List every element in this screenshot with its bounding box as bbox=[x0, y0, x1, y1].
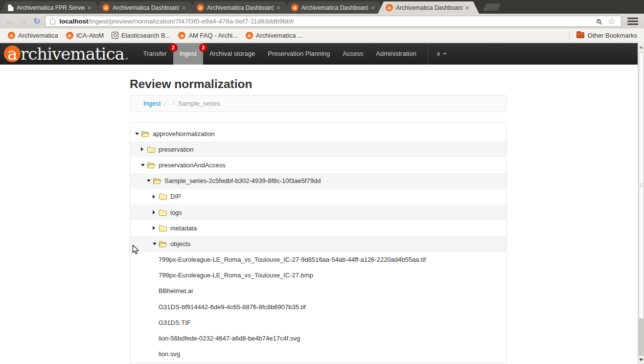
reload-icon[interactable]: ↻ bbox=[33, 16, 40, 26]
nav-item-access[interactable]: Access bbox=[336, 43, 369, 65]
file-name[interactable]: G31DS.TIF bbox=[159, 319, 191, 326]
tree-file-row[interactable]: lion.svg bbox=[130, 346, 506, 362]
bookmark-item[interactable]: aArchivematica ... bbox=[246, 32, 303, 39]
file-name[interactable]: 799px-Euroleague-LE_Roma_vs_Toulouse_IC-… bbox=[159, 272, 313, 279]
collapse-arrow-icon[interactable] bbox=[141, 164, 147, 166]
bookmark-item[interactable]: aArchivematica bbox=[8, 32, 58, 39]
notification-badge: 2 bbox=[169, 44, 178, 52]
tree-file-row[interactable]: 799px-Euroleague-LE_Roma_vs_Toulouse_IC-… bbox=[130, 268, 506, 283]
tree-folder-row[interactable]: Sample_series-2c5fedbf-b302-4939-8f8c-10… bbox=[130, 173, 506, 189]
back-icon[interactable]: ← bbox=[5, 17, 14, 25]
tree-folder-row[interactable]: objects bbox=[130, 236, 506, 251]
nav-item-archival-storage[interactable]: Archival storage bbox=[203, 43, 261, 65]
browser-tab[interactable]: Archivematica FPR Server× bbox=[0, 1, 101, 14]
tree-file-row[interactable]: 799px-Euroleague-LE_Roma_vs_Toulouse_IC-… bbox=[130, 252, 506, 268]
file-name[interactable]: lion.svg bbox=[159, 350, 180, 358]
folder-name[interactable]: logs bbox=[170, 209, 182, 216]
folder-name[interactable]: DIP bbox=[170, 193, 181, 200]
bookmark-item[interactable]: aAM FAQ - Archi... bbox=[178, 32, 237, 39]
tab-close-icon[interactable]: × bbox=[371, 4, 375, 11]
tree-folder-row[interactable]: preservation bbox=[130, 141, 506, 157]
page-title: Review normalization bbox=[130, 77, 253, 91]
file-name[interactable]: G31DS-bf914442-6de9-4c65-8876-8fc8b6907b… bbox=[159, 303, 306, 311]
folder-closed-icon bbox=[159, 209, 167, 216]
expand-arrow-icon[interactable] bbox=[153, 210, 159, 214]
archivematica-logo[interactable]: archivematica. bbox=[4, 44, 129, 64]
collapse-arrow-icon[interactable] bbox=[135, 133, 141, 135]
folder-name[interactable]: preservationAndAccess bbox=[159, 161, 226, 169]
browser-tab[interactable]: aArchivematica Dashboard× bbox=[283, 1, 385, 14]
tab-title: Archivematica Dashboard bbox=[396, 4, 462, 11]
browser-tab[interactable]: aArchivematica Dashboard× bbox=[94, 1, 196, 14]
breadcrumb-separator: / bbox=[169, 100, 178, 107]
scrollbar-track[interactable] bbox=[638, 319, 644, 356]
folder-name[interactable]: objects bbox=[170, 240, 190, 248]
archivematica-icon: a bbox=[246, 32, 253, 39]
breadcrumb-ingest-link[interactable]: Ingest bbox=[143, 100, 161, 107]
tree-file-row[interactable]: G31DS.TIF bbox=[130, 315, 506, 330]
web-content: archivematica. Transfer2Ingest2Archival … bbox=[0, 43, 638, 364]
tab-close-icon[interactable]: × bbox=[465, 4, 469, 11]
tree-file-row[interactable]: lion-56bdfede-0232-4647-a6d8-be4b74e17c4… bbox=[130, 330, 506, 346]
breadcrumb: Ingest / / Sample_series bbox=[130, 95, 506, 112]
tree-file-row[interactable]: BBhelmet.ai bbox=[130, 283, 506, 299]
tree-folder-row[interactable]: metadata bbox=[130, 220, 506, 236]
folder-name[interactable]: preservation bbox=[159, 146, 194, 153]
url-host: localhost bbox=[59, 18, 88, 25]
folder-name[interactable]: Sample_series-2c5fedbf-b302-4939-8f8c-10… bbox=[164, 177, 321, 184]
scroll-up-icon[interactable] bbox=[638, 43, 644, 51]
expand-arrow-icon[interactable] bbox=[141, 147, 147, 151]
tree-folder-row[interactable]: preservationAndAccess bbox=[130, 157, 506, 173]
tree-file-row[interactable]: G31DS-bf914442-6de9-4c65-8876-8fc8b6907b… bbox=[130, 299, 506, 315]
tab-close-icon[interactable]: × bbox=[276, 4, 280, 11]
zoom-icon[interactable] bbox=[597, 19, 601, 23]
bookmark-star-icon[interactable]: ☆ bbox=[608, 17, 615, 25]
elasticsearch-icon bbox=[112, 32, 118, 39]
expand-arrow-icon[interactable] bbox=[153, 195, 159, 199]
new-tab-button[interactable] bbox=[483, 3, 501, 11]
nav-item-transfer[interactable]: Transfer2 bbox=[137, 43, 173, 65]
url-path: /ingest/preview/normalization/7f47f3f0-e… bbox=[89, 18, 597, 25]
address-bar[interactable]: localhost /ingest/preview/normalization/… bbox=[45, 16, 621, 27]
archivematica-icon: a bbox=[102, 4, 110, 11]
tab-title: Archivematica FPR Server bbox=[17, 4, 85, 11]
archivematica-icon: a bbox=[197, 4, 204, 11]
tree-folder-row[interactable]: logs bbox=[130, 205, 506, 220]
archivematica-header: archivematica. Transfer2Ingest2Archival … bbox=[0, 43, 638, 65]
bookmark-label: Archivematica ... bbox=[256, 32, 303, 39]
nav-item-preservation-planning[interactable]: Preservation Planning bbox=[261, 43, 336, 65]
file-name[interactable]: lion-56bdfede-0232-4647-a6d8-be4b74e17c4… bbox=[159, 335, 300, 342]
browser-tab[interactable]: aArchivematica Dashboard× bbox=[189, 1, 290, 14]
main-nav: Transfer2Ingest2Archival storagePreserva… bbox=[137, 43, 423, 65]
file-name[interactable]: 799px-Euroleague-LE_Roma_vs_Toulouse_IC-… bbox=[159, 256, 426, 263]
browser-tab[interactable]: aArchivematica Dashboard× bbox=[378, 1, 479, 14]
forward-icon[interactable]: → bbox=[19, 17, 27, 25]
collapse-arrow-icon[interactable] bbox=[153, 243, 159, 245]
user-menu[interactable]: x bbox=[428, 43, 456, 65]
folder-open-icon bbox=[159, 240, 167, 248]
collapse-arrow-icon[interactable] bbox=[147, 180, 153, 182]
nav-item-label: Archival storage bbox=[209, 50, 255, 57]
scroll-down-icon[interactable] bbox=[638, 356, 644, 364]
scrollbar-thumb[interactable] bbox=[639, 52, 644, 319]
breadcrumb-separator: / bbox=[161, 100, 169, 107]
tab-title: Archivematica Dashboard bbox=[301, 4, 368, 11]
bookmark-item[interactable]: aICA-AtoM bbox=[66, 32, 104, 39]
nav-item-ingest[interactable]: Ingest2 bbox=[173, 43, 203, 65]
nav-item-administration[interactable]: Administration bbox=[369, 43, 422, 65]
file-name[interactable]: BBhelmet.ai bbox=[159, 287, 193, 295]
browser-menu-icon[interactable] bbox=[627, 18, 638, 25]
tab-close-icon[interactable]: × bbox=[182, 4, 186, 11]
breadcrumb-current: Sample_series bbox=[178, 100, 220, 107]
bookmark-label: AM FAQ - Archi... bbox=[188, 32, 237, 39]
expand-arrow-icon[interactable] bbox=[153, 226, 159, 230]
user-menu-label: x bbox=[437, 43, 440, 65]
tree-folder-row[interactable]: approveNormalization bbox=[130, 126, 506, 141]
tree-folder-row[interactable]: DIP bbox=[130, 189, 506, 205]
bookmark-item[interactable]: Elasticsearch B... bbox=[112, 32, 170, 39]
tab-close-icon[interactable]: × bbox=[88, 4, 92, 11]
folder-name[interactable]: approveNormalization bbox=[153, 130, 214, 137]
logo-a-icon: a bbox=[4, 46, 21, 62]
other-bookmarks-button[interactable]: Other Bookmarks bbox=[569, 30, 644, 40]
folder-name[interactable]: metadata bbox=[170, 225, 197, 232]
